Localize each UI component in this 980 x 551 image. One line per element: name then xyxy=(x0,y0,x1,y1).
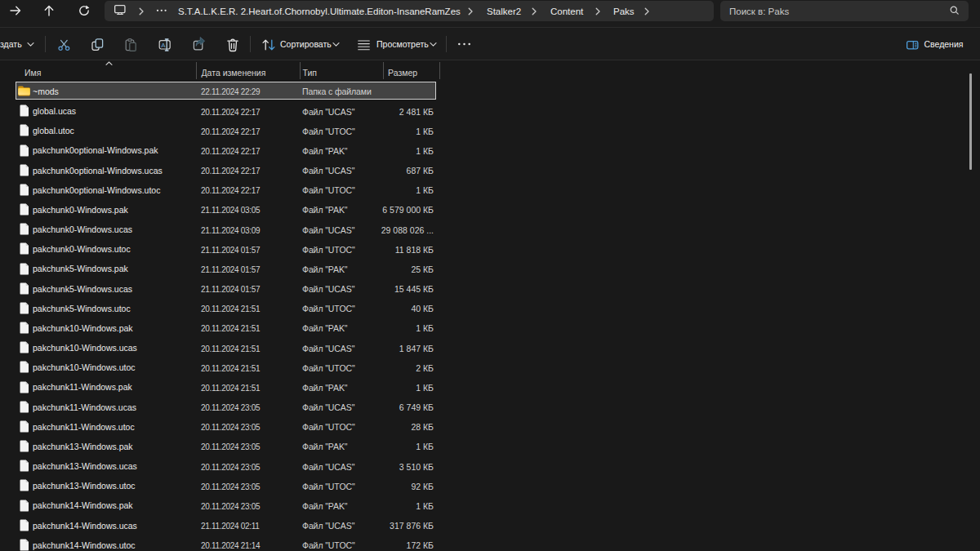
svg-text:A: A xyxy=(161,42,166,49)
